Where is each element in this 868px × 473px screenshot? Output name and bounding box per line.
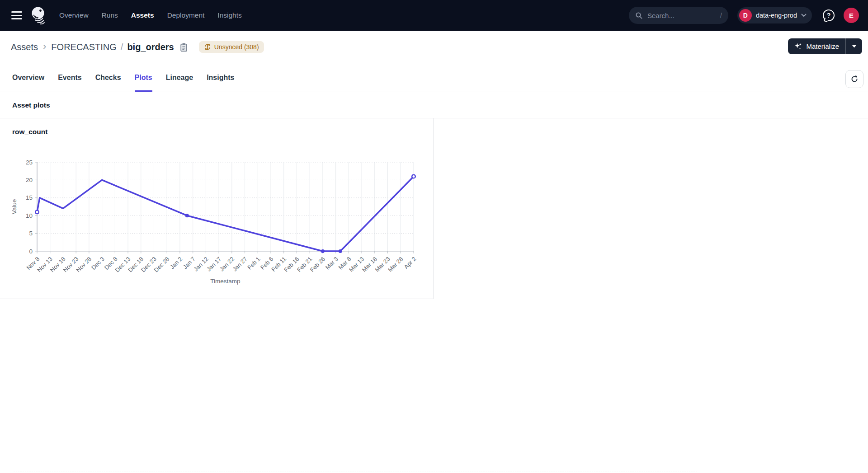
svg-text:Jan 2: Jan 2 — [169, 256, 184, 271]
svg-text:25: 25 — [26, 159, 33, 166]
sparkles-icon — [794, 42, 802, 51]
unsynced-status-badge[interactable]: Unsynced (308) — [199, 41, 264, 53]
nav-item-insights[interactable]: Insights — [217, 11, 241, 19]
nav-item-runs[interactable]: Runs — [102, 11, 118, 19]
section-heading: Asset plots — [12, 101, 50, 109]
svg-text:10: 10 — [26, 212, 33, 219]
breadcrumb-group-link[interactable]: FORECASTING — [51, 42, 116, 52]
svg-text:Feb 26: Feb 26 — [309, 256, 326, 273]
bottom-hairline — [14, 472, 697, 472]
tab-overview[interactable]: Overview — [12, 63, 44, 92]
sync-alert-icon — [204, 43, 211, 51]
row-count-plot-card: row_count Nov 8Nov 13Nov 18Nov 23Nov 28D… — [0, 118, 434, 299]
breadcrumb-separator: / — [121, 42, 123, 52]
svg-text:0: 0 — [29, 248, 33, 255]
search-input[interactable]: Search... / — [629, 7, 728, 24]
refresh-icon — [850, 75, 859, 83]
svg-text:20: 20 — [26, 177, 33, 183]
plots-section-header: Asset plots — [0, 92, 868, 118]
svg-text:Value: Value — [11, 199, 18, 215]
hamburger-menu-icon[interactable] — [11, 11, 22, 19]
svg-text:5: 5 — [29, 230, 33, 237]
deployment-badge: D — [739, 9, 752, 22]
search-placeholder: Search... — [647, 12, 675, 19]
dagster-logo[interactable] — [29, 5, 47, 25]
svg-text:Jan 27: Jan 27 — [231, 256, 248, 273]
tab-checks[interactable]: Checks — [95, 63, 121, 92]
svg-text:Dec 3: Dec 3 — [90, 256, 106, 272]
deployment-switcher[interactable]: D data-eng-prod — [737, 7, 812, 23]
tab-plots[interactable]: Plots — [135, 63, 152, 92]
user-avatar[interactable]: E — [844, 8, 859, 23]
help-button[interactable]: ? — [823, 9, 835, 21]
breadcrumb-assets-link[interactable]: Assets — [11, 42, 38, 52]
deployment-name: data-eng-prod — [756, 12, 797, 19]
top-nav: Overview Runs Assets Deployment Insights… — [0, 0, 868, 31]
nav-item-overview[interactable]: Overview — [59, 11, 89, 19]
asset-title: big_orders — [127, 42, 174, 52]
row-count-line-chart: Nov 8Nov 13Nov 18Nov 23Nov 28Dec 3Dec 8D… — [9, 156, 425, 291]
svg-text:Apr 2: Apr 2 — [403, 256, 418, 271]
nav-right-cluster: Search... / D data-eng-prod ? E — [629, 7, 859, 24]
tab-events[interactable]: Events — [58, 63, 81, 92]
question-mark-icon: ? — [827, 12, 831, 19]
materialize-dropdown-button[interactable] — [846, 38, 862, 54]
copy-asset-key-button[interactable] — [179, 42, 188, 52]
materialize-button[interactable]: Materialize — [788, 38, 845, 54]
search-icon — [635, 12, 643, 19]
tab-lineage[interactable]: Lineage — [166, 63, 193, 92]
unsynced-label: Unsynced (308) — [214, 43, 259, 51]
refresh-button[interactable] — [845, 70, 863, 88]
primary-nav: Overview Runs Assets Deployment Insights — [59, 11, 242, 19]
svg-text:Timestamp: Timestamp — [210, 278, 240, 285]
breadcrumb-bar: Assets › FORECASTING / big_orders Unsync… — [0, 31, 868, 63]
svg-text:Mar 3: Mar 3 — [324, 256, 340, 271]
svg-text:Feb 1: Feb 1 — [246, 256, 261, 271]
nav-item-deployment[interactable]: Deployment — [167, 11, 205, 19]
tab-insights[interactable]: Insights — [207, 63, 234, 92]
chevron-right-icon: › — [43, 41, 46, 52]
nav-item-assets[interactable]: Assets — [131, 11, 154, 19]
svg-text:15: 15 — [26, 194, 33, 201]
asset-tab-bar: Overview Events Checks Plots Lineage Ins… — [0, 63, 868, 92]
caret-down-icon — [852, 45, 857, 48]
chevron-down-icon — [801, 14, 807, 17]
search-shortcut-hint: / — [720, 12, 722, 19]
plot-title: row_count — [12, 128, 47, 136]
svg-text:Mar 28: Mar 28 — [387, 256, 404, 273]
materialize-split-button: Materialize — [788, 38, 862, 54]
materialize-label: Materialize — [806, 42, 839, 50]
